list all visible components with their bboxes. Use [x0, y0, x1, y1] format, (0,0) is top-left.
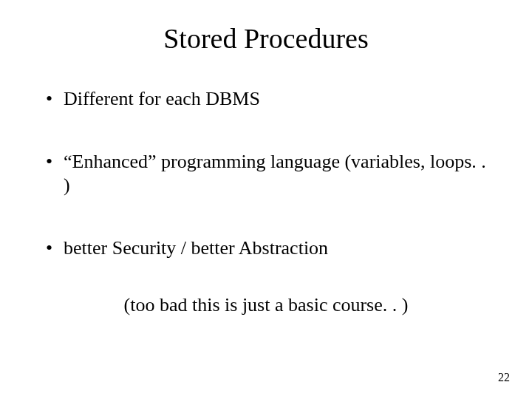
list-item: Different for each DBMS	[44, 87, 488, 112]
footnote-text: (too bad this is just a basic course. . …	[44, 294, 488, 316]
list-item: better Security / better Abstraction	[44, 236, 488, 261]
slide-container: Stored Procedures Different for each DBM…	[0, 0, 532, 399]
page-number: 22	[498, 371, 510, 384]
list-item: “Enhanced” programming language (variabl…	[44, 150, 488, 198]
bullet-list: Different for each DBMS “Enhanced” progr…	[44, 87, 488, 260]
slide-title: Stored Procedures	[44, 22, 488, 55]
